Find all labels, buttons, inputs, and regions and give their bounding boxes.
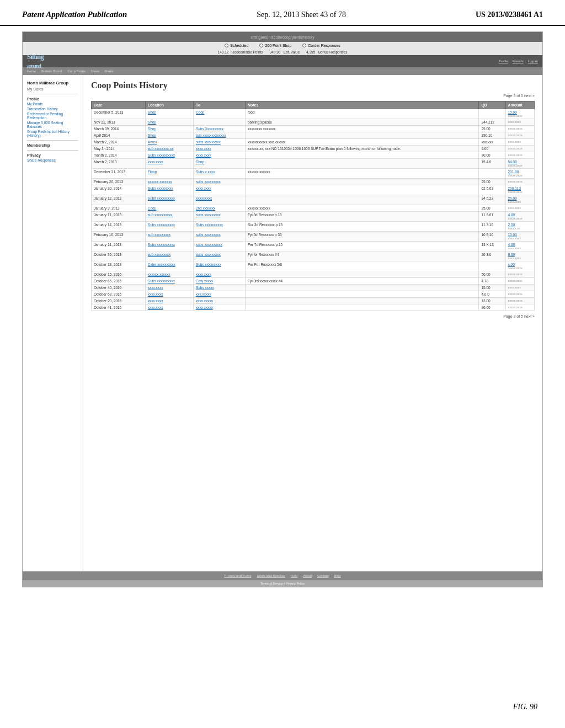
cell-location[interactable]: xxxxxx xxxxxx bbox=[145, 271, 193, 278]
cell-to[interactable]: xxxx.xxxx bbox=[193, 146, 245, 152]
cell-to[interactable]: subs xxxxxxxxx bbox=[193, 179, 245, 185]
footer-link-help[interactable]: Help bbox=[291, 574, 297, 577]
cell-qd: 4.0.0 bbox=[479, 291, 505, 298]
cell-to[interactable]: Subs Xxxxxxxxxx bbox=[193, 126, 245, 132]
sidebar-item-group-history[interactable]: Group Redemption History (History) bbox=[27, 130, 78, 137]
cell-location[interactable]: xxxx.xxxx bbox=[145, 285, 193, 291]
cell-location[interactable]: Subs xxxxxxxxxx bbox=[145, 242, 193, 251]
option-200point[interactable]: 200 Point Shop bbox=[259, 44, 291, 47]
subnav-home[interactable]: Home bbox=[27, 69, 36, 73]
cell-date: April 2014 bbox=[92, 132, 146, 139]
footer-link-about[interactable]: About bbox=[303, 574, 312, 577]
cell-to[interactable]: subs xxxxxxxxx bbox=[193, 251, 245, 261]
cell-location[interactable]: Shop bbox=[145, 119, 193, 126]
table-row: Nov 22, 2013Shopparking spaces244.212xxx… bbox=[92, 119, 535, 126]
cell-location[interactable]: xxxx.xxxx bbox=[145, 159, 193, 169]
cell-to[interactable]: subs xxxxxxxxxx bbox=[193, 242, 245, 251]
patent-header-center: Sep. 12, 2013 Sheet 43 of 78 bbox=[257, 10, 346, 19]
cell-amount: xxxxx.xxxx bbox=[505, 132, 535, 139]
radio-corder[interactable] bbox=[302, 44, 306, 47]
cell-location[interactable]: xxxxxx xxxxxxx bbox=[145, 179, 193, 185]
nav-friends[interactable]: Friends bbox=[513, 60, 524, 63]
cell-location[interactable]: xxxx.xxxx bbox=[145, 291, 193, 298]
cell-to[interactable]: xxxxxxxxx bbox=[193, 195, 245, 205]
footer-link-contact[interactable]: Contact bbox=[317, 574, 329, 577]
cell-to[interactable]: xxx.xxxxx bbox=[193, 291, 245, 298]
cell-qd: 34 6.23 bbox=[479, 195, 505, 205]
cell-notes bbox=[245, 185, 478, 195]
sidebar-item-redeemed[interactable]: Redeemed or Pending Redemption bbox=[27, 112, 78, 120]
cell-location[interactable]: Shop bbox=[145, 109, 193, 119]
cell-amount: xxxx.xxxx bbox=[505, 119, 535, 126]
nav-logout[interactable]: Logout bbox=[528, 60, 538, 63]
cell-date: October 13, 2013 bbox=[92, 261, 146, 271]
cell-amount: 4.00xxxxx.xxxx bbox=[505, 212, 535, 222]
option-scheduled[interactable]: Scheduled bbox=[225, 44, 248, 47]
sidebar-item-mypoints[interactable]: My Points bbox=[27, 102, 78, 106]
cell-location[interactable]: sub xxxxxxxx.xx bbox=[145, 146, 193, 152]
sidebar: North Millbrae Group My Cafes Profile My… bbox=[23, 75, 83, 571]
cell-to[interactable]: 2nd xxxxxxx bbox=[193, 205, 245, 212]
cell-location[interactable]: Shop bbox=[145, 126, 193, 132]
cell-date: February 10, 2013 bbox=[92, 232, 146, 242]
footer-link-deals[interactable]: Deals and Specials bbox=[257, 574, 285, 577]
cell-to[interactable]: xxxx.xxxxx bbox=[193, 304, 245, 311]
cell-to[interactable]: xxxx.xxxx bbox=[193, 271, 245, 278]
cell-to[interactable]: Subs xxxxxxxxx bbox=[193, 261, 245, 271]
cell-to[interactable]: sub xxxxxxxxxxxxx bbox=[193, 132, 245, 139]
sidebar-mycafes[interactable]: My Cafes bbox=[27, 87, 78, 91]
cell-location[interactable]: Subs xxxxxxxxxx bbox=[145, 152, 193, 159]
sidebar-item-share[interactable]: Share Responses bbox=[27, 158, 78, 162]
cell-to[interactable]: xxxx.xxxx bbox=[193, 152, 245, 159]
cell-location[interactable]: sub xxxxxxxxx bbox=[145, 251, 193, 261]
sidebar-item-manage[interactable]: Manage 5,000 Seating Balances bbox=[27, 121, 78, 129]
cell-location[interactable]: Subs xxxxxxxxxx bbox=[145, 278, 193, 285]
cell-to[interactable]: subs xxxxxxxxx bbox=[193, 212, 245, 222]
subnav-bulletin[interactable]: Bulletin Board bbox=[41, 69, 62, 73]
cell-to[interactable]: subs xxxxxxxxx bbox=[193, 139, 245, 146]
cell-location[interactable]: Floop bbox=[145, 169, 193, 179]
cell-to[interactable]: Coop bbox=[193, 109, 245, 119]
subnav-news[interactable]: News bbox=[91, 69, 99, 73]
cell-to[interactable]: Subs xxxxx bbox=[193, 285, 245, 291]
cell-location[interactable]: xxxx.xxxx bbox=[145, 298, 193, 304]
cell-to[interactable]: xxxx.xxxxx bbox=[193, 298, 245, 304]
cell-to[interactable]: Shop bbox=[193, 159, 245, 169]
cell-location[interactable]: Subs xxxxxxxxx bbox=[145, 185, 193, 195]
cell-location[interactable]: Subit xxxxxxxxxx bbox=[145, 195, 193, 205]
cell-location[interactable]: Shop bbox=[145, 132, 193, 139]
radio-scheduled[interactable] bbox=[225, 44, 228, 47]
table-row: October 41, 2016xxxx.xxxxxxxx.xxxxx80.00… bbox=[92, 304, 535, 311]
cell-to[interactable]: Coty xxxxx bbox=[193, 278, 245, 285]
nav-links: Profile Friends Logout bbox=[499, 60, 538, 63]
cell-location[interactable]: sub xxxxxxxxx bbox=[145, 232, 193, 242]
cell-location[interactable]: xxxx.xxxx bbox=[145, 304, 193, 311]
cell-qd: 4.70 bbox=[479, 278, 505, 285]
cell-to bbox=[193, 119, 245, 126]
cell-to[interactable]: subs xxxxxxxxx bbox=[193, 232, 245, 242]
nav-profile[interactable]: Profile bbox=[499, 60, 508, 63]
option-corder[interactable]: Corder Responses bbox=[302, 44, 340, 47]
cell-to[interactable]: xxxx.xxxx bbox=[193, 185, 245, 195]
subnav-coop[interactable]: Coop Points bbox=[67, 69, 86, 73]
cell-amount: 8.00xxxx.xxxx bbox=[505, 251, 535, 261]
cell-qd bbox=[479, 261, 505, 271]
cell-location[interactable]: Amex bbox=[145, 139, 193, 146]
cell-notes bbox=[245, 298, 478, 304]
cell-location[interactable]: Subs xxxxxxxxxx bbox=[145, 222, 193, 232]
subnav-deals[interactable]: Deals bbox=[105, 69, 113, 73]
cell-location[interactable]: sub xxxxxxxxxx bbox=[145, 212, 193, 222]
cell-notes bbox=[245, 291, 478, 298]
radio-200point[interactable] bbox=[259, 44, 263, 47]
cell-to[interactable]: Subs.x.xxxx bbox=[193, 169, 245, 179]
footer-link-privacy[interactable]: Privacy and Policy bbox=[224, 574, 251, 577]
cell-location[interactable]: Cider xxxxxxxxxx bbox=[145, 261, 193, 271]
cell-notes: Fyi 5d Rexxxxxx p 30 bbox=[245, 232, 478, 242]
cell-qd: 62 5.63 bbox=[479, 185, 505, 195]
footer-link-blog[interactable]: Blog bbox=[334, 574, 341, 577]
cell-to[interactable]: Subs xxxxxxxxxx bbox=[193, 222, 245, 232]
cell-notes: xxxxxx xxxxxx bbox=[245, 169, 478, 179]
sidebar-item-transaction[interactable]: Transaction History bbox=[27, 107, 78, 111]
url-bar[interactable]: sittingaround.com/coop/points/history bbox=[26, 35, 539, 39]
cell-location[interactable]: Coop bbox=[145, 205, 193, 212]
